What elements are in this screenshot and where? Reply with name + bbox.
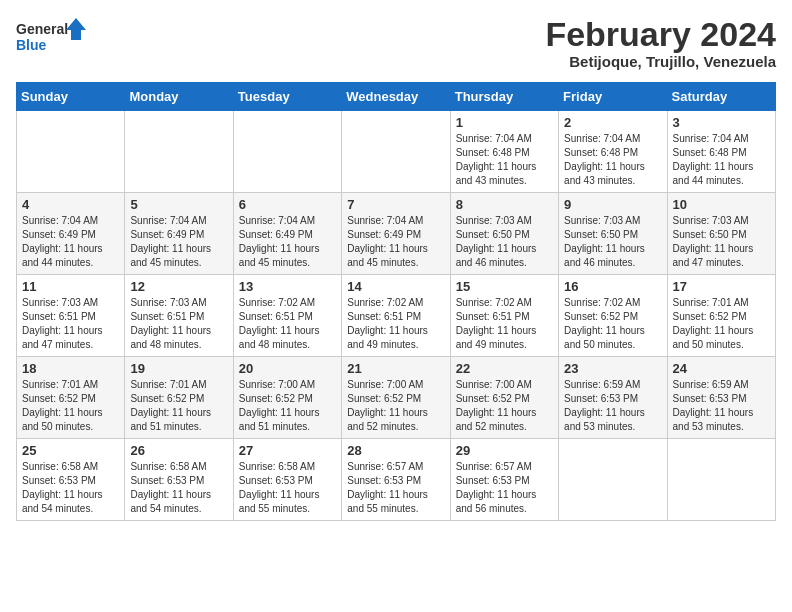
calendar-cell: 8Sunrise: 7:03 AM Sunset: 6:50 PM Daylig…	[450, 193, 558, 275]
calendar-cell: 10Sunrise: 7:03 AM Sunset: 6:50 PM Dayli…	[667, 193, 775, 275]
calendar-cell: 4Sunrise: 7:04 AM Sunset: 6:49 PM Daylig…	[17, 193, 125, 275]
calendar-cell: 17Sunrise: 7:01 AM Sunset: 6:52 PM Dayli…	[667, 275, 775, 357]
day-number: 27	[239, 443, 336, 458]
day-number: 11	[22, 279, 119, 294]
calendar-cell: 25Sunrise: 6:58 AM Sunset: 6:53 PM Dayli…	[17, 439, 125, 521]
day-number: 28	[347, 443, 444, 458]
day-info: Sunrise: 7:01 AM Sunset: 6:52 PM Dayligh…	[673, 296, 770, 352]
day-number: 15	[456, 279, 553, 294]
day-number: 8	[456, 197, 553, 212]
calendar-cell: 12Sunrise: 7:03 AM Sunset: 6:51 PM Dayli…	[125, 275, 233, 357]
calendar-week-row: 1Sunrise: 7:04 AM Sunset: 6:48 PM Daylig…	[17, 111, 776, 193]
day-number: 23	[564, 361, 661, 376]
day-info: Sunrise: 6:58 AM Sunset: 6:53 PM Dayligh…	[130, 460, 227, 516]
calendar-cell: 2Sunrise: 7:04 AM Sunset: 6:48 PM Daylig…	[559, 111, 667, 193]
calendar-cell	[342, 111, 450, 193]
day-info: Sunrise: 7:04 AM Sunset: 6:49 PM Dayligh…	[239, 214, 336, 270]
calendar-cell: 26Sunrise: 6:58 AM Sunset: 6:53 PM Dayli…	[125, 439, 233, 521]
calendar-day-header: Monday	[125, 83, 233, 111]
calendar-cell: 27Sunrise: 6:58 AM Sunset: 6:53 PM Dayli…	[233, 439, 341, 521]
day-info: Sunrise: 7:01 AM Sunset: 6:52 PM Dayligh…	[22, 378, 119, 434]
day-number: 10	[673, 197, 770, 212]
day-number: 24	[673, 361, 770, 376]
calendar-cell: 11Sunrise: 7:03 AM Sunset: 6:51 PM Dayli…	[17, 275, 125, 357]
calendar-day-header: Tuesday	[233, 83, 341, 111]
day-info: Sunrise: 7:02 AM Sunset: 6:51 PM Dayligh…	[239, 296, 336, 352]
day-number: 5	[130, 197, 227, 212]
day-info: Sunrise: 7:00 AM Sunset: 6:52 PM Dayligh…	[347, 378, 444, 434]
calendar-cell: 22Sunrise: 7:00 AM Sunset: 6:52 PM Dayli…	[450, 357, 558, 439]
day-number: 21	[347, 361, 444, 376]
day-info: Sunrise: 6:58 AM Sunset: 6:53 PM Dayligh…	[22, 460, 119, 516]
day-number: 7	[347, 197, 444, 212]
calendar-week-row: 18Sunrise: 7:01 AM Sunset: 6:52 PM Dayli…	[17, 357, 776, 439]
day-number: 12	[130, 279, 227, 294]
calendar-cell: 29Sunrise: 6:57 AM Sunset: 6:53 PM Dayli…	[450, 439, 558, 521]
calendar-cell	[667, 439, 775, 521]
day-number: 26	[130, 443, 227, 458]
day-info: Sunrise: 6:57 AM Sunset: 6:53 PM Dayligh…	[347, 460, 444, 516]
calendar-cell: 20Sunrise: 7:00 AM Sunset: 6:52 PM Dayli…	[233, 357, 341, 439]
calendar-cell	[233, 111, 341, 193]
day-info: Sunrise: 7:02 AM Sunset: 6:51 PM Dayligh…	[347, 296, 444, 352]
calendar-cell: 21Sunrise: 7:00 AM Sunset: 6:52 PM Dayli…	[342, 357, 450, 439]
day-number: 6	[239, 197, 336, 212]
calendar-day-header: Thursday	[450, 83, 558, 111]
day-info: Sunrise: 7:03 AM Sunset: 6:50 PM Dayligh…	[673, 214, 770, 270]
day-number: 14	[347, 279, 444, 294]
day-info: Sunrise: 7:00 AM Sunset: 6:52 PM Dayligh…	[456, 378, 553, 434]
day-number: 29	[456, 443, 553, 458]
day-info: Sunrise: 6:59 AM Sunset: 6:53 PM Dayligh…	[673, 378, 770, 434]
day-info: Sunrise: 6:57 AM Sunset: 6:53 PM Dayligh…	[456, 460, 553, 516]
day-info: Sunrise: 7:03 AM Sunset: 6:50 PM Dayligh…	[456, 214, 553, 270]
main-title: February 2024	[545, 16, 776, 53]
calendar-table: SundayMondayTuesdayWednesdayThursdayFrid…	[16, 82, 776, 521]
day-info: Sunrise: 7:04 AM Sunset: 6:49 PM Dayligh…	[22, 214, 119, 270]
day-info: Sunrise: 7:03 AM Sunset: 6:50 PM Dayligh…	[564, 214, 661, 270]
calendar-week-row: 4Sunrise: 7:04 AM Sunset: 6:49 PM Daylig…	[17, 193, 776, 275]
day-info: Sunrise: 7:04 AM Sunset: 6:49 PM Dayligh…	[130, 214, 227, 270]
day-info: Sunrise: 7:02 AM Sunset: 6:52 PM Dayligh…	[564, 296, 661, 352]
calendar-cell: 5Sunrise: 7:04 AM Sunset: 6:49 PM Daylig…	[125, 193, 233, 275]
calendar-day-header: Saturday	[667, 83, 775, 111]
calendar-cell: 28Sunrise: 6:57 AM Sunset: 6:53 PM Dayli…	[342, 439, 450, 521]
day-info: Sunrise: 7:03 AM Sunset: 6:51 PM Dayligh…	[130, 296, 227, 352]
day-info: Sunrise: 6:59 AM Sunset: 6:53 PM Dayligh…	[564, 378, 661, 434]
day-number: 22	[456, 361, 553, 376]
title-area: February 2024 Betijoque, Trujillo, Venez…	[545, 16, 776, 70]
day-number: 19	[130, 361, 227, 376]
day-number: 9	[564, 197, 661, 212]
calendar-cell: 3Sunrise: 7:04 AM Sunset: 6:48 PM Daylig…	[667, 111, 775, 193]
calendar-cell	[559, 439, 667, 521]
day-number: 17	[673, 279, 770, 294]
calendar-cell: 6Sunrise: 7:04 AM Sunset: 6:49 PM Daylig…	[233, 193, 341, 275]
svg-marker-2	[66, 18, 86, 40]
day-number: 4	[22, 197, 119, 212]
calendar-header-row: SundayMondayTuesdayWednesdayThursdayFrid…	[17, 83, 776, 111]
day-info: Sunrise: 7:02 AM Sunset: 6:51 PM Dayligh…	[456, 296, 553, 352]
svg-text:General: General	[16, 21, 68, 37]
day-number: 13	[239, 279, 336, 294]
calendar-cell: 9Sunrise: 7:03 AM Sunset: 6:50 PM Daylig…	[559, 193, 667, 275]
calendar-cell	[17, 111, 125, 193]
calendar-week-row: 25Sunrise: 6:58 AM Sunset: 6:53 PM Dayli…	[17, 439, 776, 521]
calendar-cell: 15Sunrise: 7:02 AM Sunset: 6:51 PM Dayli…	[450, 275, 558, 357]
day-info: Sunrise: 7:00 AM Sunset: 6:52 PM Dayligh…	[239, 378, 336, 434]
calendar-cell: 23Sunrise: 6:59 AM Sunset: 6:53 PM Dayli…	[559, 357, 667, 439]
day-number: 20	[239, 361, 336, 376]
day-info: Sunrise: 7:01 AM Sunset: 6:52 PM Dayligh…	[130, 378, 227, 434]
calendar-day-header: Sunday	[17, 83, 125, 111]
calendar-cell: 14Sunrise: 7:02 AM Sunset: 6:51 PM Dayli…	[342, 275, 450, 357]
logo: General Blue	[16, 16, 86, 58]
day-info: Sunrise: 6:58 AM Sunset: 6:53 PM Dayligh…	[239, 460, 336, 516]
generalblue-logo: General Blue	[16, 16, 86, 58]
calendar-cell: 7Sunrise: 7:04 AM Sunset: 6:49 PM Daylig…	[342, 193, 450, 275]
day-number: 3	[673, 115, 770, 130]
day-number: 18	[22, 361, 119, 376]
calendar-day-header: Wednesday	[342, 83, 450, 111]
calendar-cell: 24Sunrise: 6:59 AM Sunset: 6:53 PM Dayli…	[667, 357, 775, 439]
day-info: Sunrise: 7:04 AM Sunset: 6:49 PM Dayligh…	[347, 214, 444, 270]
svg-text:Blue: Blue	[16, 37, 47, 53]
day-number: 25	[22, 443, 119, 458]
subtitle: Betijoque, Trujillo, Venezuela	[545, 53, 776, 70]
